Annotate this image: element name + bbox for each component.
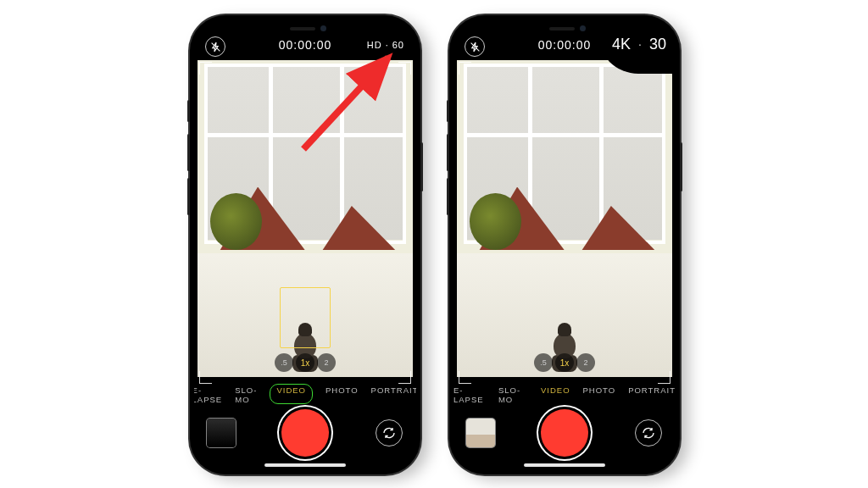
home-indicator[interactable] [264,463,346,467]
svg-line-1 [303,58,388,149]
bottom-controls [453,401,676,470]
notch [254,19,356,38]
camera-flip-icon [642,426,655,440]
camera-flip-icon [382,426,396,440]
flash-toggle[interactable] [205,36,225,57]
zoom-wide[interactable]: .5 [534,353,553,372]
bottom-controls [194,401,416,470]
zoom-tele[interactable]: 2 [317,353,336,372]
resolution-label[interactable]: 4K [612,36,631,53]
record-button[interactable] [541,409,588,457]
viewfinder[interactable]: .5 1x 2 [457,60,672,377]
zoom-selector[interactable]: .5 1x 2 [275,353,336,372]
flash-off-icon [210,42,221,53]
camera-flip-button[interactable] [635,419,662,446]
zoom-normal[interactable]: 1x [296,353,314,372]
annotation-arrow [295,47,422,178]
home-indicator[interactable] [524,463,605,467]
screen: 00:00:00 4K · 30 .5 1x 2 [453,19,676,470]
record-button[interactable] [281,409,329,457]
phone-left: 00:00:00 HD·60 .5 1x 2 E [190,15,420,474]
focus-box[interactable] [280,287,331,348]
fps-label[interactable]: 30 [649,36,666,53]
record-timer: 00:00:00 [538,38,592,52]
zoom-normal[interactable]: 1x [555,353,574,372]
camera-flip-button[interactable] [376,419,403,446]
zoom-wide[interactable]: .5 [275,353,293,372]
last-capture-thumbnail[interactable] [465,418,496,448]
last-capture-thumbnail[interactable] [206,418,236,448]
zoom-tele[interactable]: 2 [576,353,595,372]
flash-off-icon [470,42,481,53]
notch [514,19,615,38]
zoom-selector[interactable]: .5 1x 2 [534,353,595,372]
flash-toggle[interactable] [465,36,485,57]
phone-right: 00:00:00 4K · 30 .5 1x 2 [449,15,680,474]
